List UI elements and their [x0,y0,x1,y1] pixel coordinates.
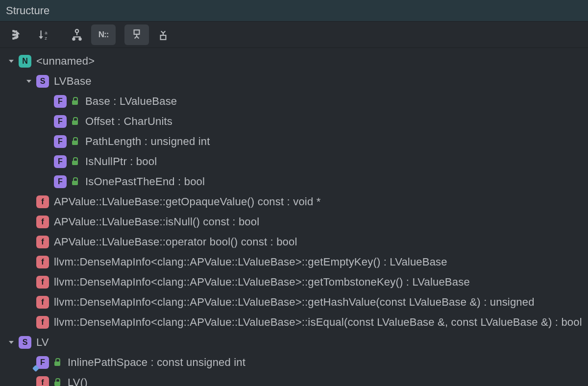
panel-title-bar: Structure [0,0,588,22]
tree-row[interactable]: FBase : LValueBase [0,91,588,111]
tree-row[interactable]: N<unnamed> [0,51,588,71]
field-badge: F [54,155,67,168]
tree-item-label: APValue::LValueBase::getOpaqueValue() co… [54,195,320,208]
namespace-badge: N [19,55,31,68]
tree-item-label: llvm::DenseMapInfo<clang::APValue::LValu… [54,256,447,268]
lock-icon [72,158,78,165]
tree-item-label: <unnamed> [36,55,95,68]
svg-text:z: z [45,35,47,40]
svg-rect-1 [12,33,14,35]
lock-icon [54,359,61,366]
expand-all-button[interactable] [124,24,149,45]
tree-item-label: InlinePathSpace : const unsigned int [68,356,245,369]
tree-row[interactable]: fllvm::DenseMapInfo<clang::APValue::LVal… [0,272,588,292]
lock-icon [72,138,78,145]
svg-text:a: a [45,29,48,35]
structure-tree[interactable]: N<unnamed>SLVBaseFBase : LValueBaseFOffs… [0,48,588,386]
tree-row[interactable]: FIsOnePastTheEnd : bool [0,171,588,192]
tree-item-label: LVBase [54,75,92,88]
tree-row[interactable]: FPathLength : unsigned int [0,131,588,151]
collapse-all-icon [157,28,170,41]
function-badge: f [36,216,49,228]
lock-icon [72,118,78,125]
tree-row[interactable]: FInlinePathSpace : const unsigned int [0,352,588,372]
namespace-icon: N:: [98,30,109,40]
function-badge: f [36,276,49,289]
function-badge: f [36,195,49,208]
lock-icon [72,178,78,185]
show-namespace-button[interactable]: N:: [91,24,116,45]
tree-row[interactable]: fAPValue::LValueBase::getOpaqueValue() c… [0,192,588,212]
field-badge: F [54,115,67,128]
function-badge: f [36,236,49,248]
expander-toggle[interactable] [24,76,34,87]
expander-toggle[interactable] [6,56,17,67]
svg-point-6 [73,38,74,40]
panel-title: Structure [6,4,49,17]
svg-point-5 [75,29,79,32]
tree-item-label: IsOnePastTheEnd : bool [85,175,205,188]
svg-rect-9 [161,35,166,40]
tree-item-label: APValue::LValueBase::operator bool() con… [54,236,297,248]
inherit-icon [71,28,83,41]
tree-row[interactable]: SLV [0,332,588,352]
tree-item-label: llvm::DenseMapInfo<clang::APValue::LValu… [54,276,470,289]
field-badge: F [54,95,67,108]
svg-rect-8 [134,30,140,34]
lock-icon [54,379,61,386]
field-badge: F [54,175,67,188]
svg-rect-2 [12,37,14,39]
collapse-all-button[interactable] [151,24,175,45]
sort-visibility-icon [11,28,24,41]
tree-item-label: PathLength : unsigned int [85,135,210,148]
tree-row[interactable]: fLV() [0,372,588,386]
tree-item-label: IsNullPtr : bool [85,155,157,168]
struct-badge: S [19,336,31,349]
tree-row[interactable]: SLVBase [0,71,588,91]
field-badge: F [36,356,49,369]
tree-item-label: llvm::DenseMapInfo<clang::APValue::LValu… [54,296,535,309]
toolbar-separator [58,34,63,35]
tree-row[interactable]: FIsNullPtr : bool [0,151,588,171]
svg-rect-0 [12,30,14,32]
struct-badge: S [36,75,49,88]
field-badge: F [54,135,67,148]
structure-toolbar: a z N:: [0,22,588,48]
tree-item-label: LV [36,336,49,349]
svg-point-7 [79,38,81,40]
tree-item-label: LV() [68,376,88,386]
expander-toggle[interactable] [6,337,17,348]
function-badge: f [36,256,49,268]
sort-by-visibility-button[interactable] [5,24,29,45]
sort-alpha-icon: a z [37,28,50,41]
tree-row[interactable]: fllvm::DenseMapInfo<clang::APValue::LVal… [0,252,588,272]
function-badge: f [36,376,49,386]
sort-alphabetically-button[interactable]: a z [31,24,56,45]
tree-item-label: APValue::LValueBase::isNull() const : bo… [54,216,259,228]
tree-row[interactable]: fAPValue::LValueBase::operator bool() co… [0,232,588,252]
tree-item-label: Base : LValueBase [85,95,177,108]
lock-icon [72,98,78,105]
tree-item-label: llvm::DenseMapInfo<clang::APValue::LValu… [54,316,582,329]
show-inherited-button[interactable] [65,24,89,45]
tree-row[interactable]: FOffset : CharUnits [0,111,588,131]
tree-row[interactable]: fllvm::DenseMapInfo<clang::APValue::LVal… [0,312,588,332]
tree-item-label: Offset : CharUnits [85,115,172,128]
function-badge: f [36,316,49,329]
expand-all-icon [130,28,143,41]
toolbar-separator [118,34,122,35]
tree-row[interactable]: fllvm::DenseMapInfo<clang::APValue::LVal… [0,292,588,312]
function-badge: f [36,296,49,309]
tree-row[interactable]: fAPValue::LValueBase::isNull() const : b… [0,212,588,232]
